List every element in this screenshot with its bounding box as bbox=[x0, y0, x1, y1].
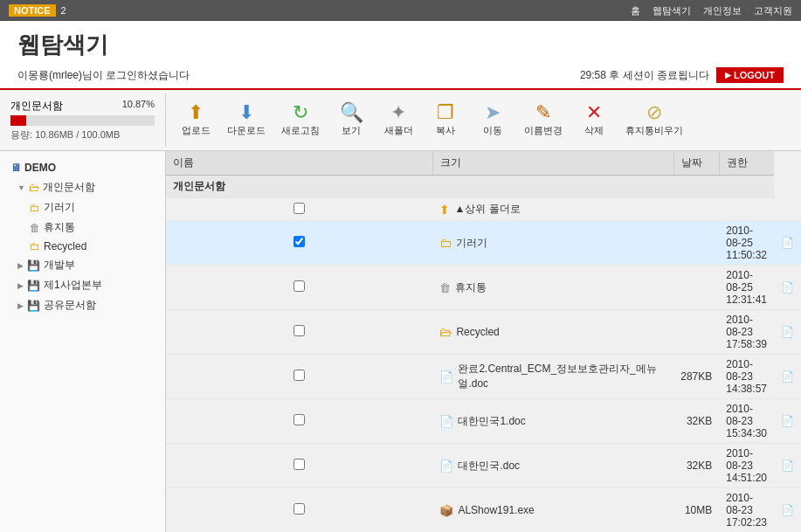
table-row: ⬆▲상위 폴더로 bbox=[166, 198, 801, 221]
file-date-cell: 2010-08-23 14:38:57 bbox=[719, 355, 774, 399]
toolbar-label-삭제: 삭제 bbox=[584, 124, 604, 137]
file-checkbox[interactable] bbox=[293, 236, 305, 247]
file-name: 완료2.Central_ECM_정보보호관리자_메뉴얼.doc bbox=[458, 362, 666, 391]
file-checkbox[interactable] bbox=[293, 280, 305, 292]
toolbar-btn-새폴더[interactable]: ✦새폴더 bbox=[376, 100, 421, 140]
user-greeting: 이몽룡(mrlee)님이 로그인하셨습니다 bbox=[17, 68, 190, 83]
file-name-cell[interactable]: 📄대한민국.doc bbox=[432, 444, 673, 488]
file-size-cell bbox=[673, 221, 719, 266]
sidebar-label-recycled: Recycled bbox=[44, 240, 86, 252]
toolbar-btn-업로드[interactable]: ⬆업로드 bbox=[173, 100, 218, 140]
file-name: 기러기 bbox=[456, 236, 487, 251]
file-checkbox-cell[interactable] bbox=[166, 399, 432, 444]
nav-support[interactable]: 고객지원 bbox=[754, 4, 792, 17]
file-perm-cell: 📄 bbox=[774, 221, 801, 266]
file-size-cell bbox=[673, 266, 719, 310]
toolbar-icon-새로고침: ↻ bbox=[293, 103, 308, 122]
table-row: 🗁Recycled2010-08-23 17:58:39📄 bbox=[166, 310, 801, 355]
file-date-cell: 2010-08-25 11:50:32 bbox=[719, 221, 774, 266]
file-size-cell: 287KB bbox=[673, 355, 719, 399]
file-name-cell[interactable]: 📦ALShow191.exe bbox=[432, 488, 673, 533]
file-name-cell[interactable]: 📄완료2.Central_ECM_정보보호관리자_메뉴얼.doc bbox=[432, 355, 673, 399]
file-table: 이름 크기 날짜 권한 개인문서함 ⬆▲상위 폴더로🗀기러기2010-08-25… bbox=[166, 151, 801, 532]
file-checkbox-cell[interactable] bbox=[166, 198, 432, 221]
sidebar-item-shared[interactable]: ▶ 💾 공유문서함 bbox=[0, 295, 165, 315]
file-name-cell[interactable]: 🗀기러기 bbox=[432, 221, 673, 266]
notice-badge: NOTICE bbox=[9, 4, 56, 17]
session-text: 29:58 후 세션이 종료됩니다 bbox=[580, 68, 709, 83]
file-name: 대한민국1.doc bbox=[458, 414, 525, 429]
table-row: 🗀기러기2010-08-25 11:50:32📄 bbox=[166, 221, 801, 266]
file-checkbox[interactable] bbox=[293, 414, 305, 425]
sidebar-item-recycled[interactable]: 🗀 Recycled bbox=[0, 238, 165, 255]
toolbar-btn-복사[interactable]: ❐복사 bbox=[423, 100, 468, 140]
folder-icon: 🗁 bbox=[29, 182, 39, 194]
file-size-cell: 32KB bbox=[673, 399, 719, 444]
toolbar-label-보기: 보기 bbox=[342, 124, 361, 137]
file-perm-cell: 📄 bbox=[774, 444, 801, 488]
sidebar-item-girogi[interactable]: 🗀 기러기 bbox=[0, 197, 165, 218]
sidebar-item-label: 개인문서함 bbox=[43, 180, 95, 195]
toolbar-btn-이름변경[interactable]: ✎이름변경 bbox=[517, 100, 570, 140]
file-name-cell[interactable]: 🗁Recycled bbox=[432, 310, 673, 355]
file-checkbox-cell[interactable] bbox=[166, 444, 432, 488]
toolbar-btn-삭제[interactable]: ✕삭제 bbox=[571, 100, 617, 140]
file-name-cell[interactable]: ⬆▲상위 폴더로 bbox=[432, 198, 673, 221]
file-checkbox-cell[interactable] bbox=[166, 310, 432, 355]
expand-shared: ▶ bbox=[17, 301, 24, 310]
file-size-cell bbox=[673, 310, 719, 355]
file-checkbox-cell[interactable] bbox=[166, 488, 432, 533]
sidebar-item-trash[interactable]: 🗑 휴지통 bbox=[0, 218, 165, 238]
file-perm-cell: 📄 bbox=[774, 266, 801, 310]
sidebar-item-biz[interactable]: ▶ 💾 제1사업본부 bbox=[0, 275, 165, 295]
toolbar-label-새폴더: 새폴더 bbox=[384, 124, 413, 137]
file-checkbox[interactable] bbox=[293, 203, 305, 214]
pc-icon-dev: 💾 bbox=[27, 259, 40, 272]
file-checkbox[interactable] bbox=[293, 325, 305, 336]
toolbar-btn-다운로드[interactable]: ⬇다운로드 bbox=[220, 100, 273, 140]
toolbar-btn-휴지통비우기[interactable]: ⊘휴지통비우기 bbox=[618, 100, 690, 140]
toolbar-btn-새로고침[interactable]: ↻새로고침 bbox=[274, 100, 327, 140]
top-nav: 홈 웹탐색기 개인정보 고객지원 bbox=[631, 4, 792, 17]
nav-profile[interactable]: 개인정보 bbox=[703, 4, 742, 17]
file-name-cell[interactable]: 📄대한민국1.doc bbox=[432, 399, 673, 444]
main-layout: 🖥 DEMO ▼ 🗁 개인문서함 🗀 기러기 🗑 휴지통 🗀 Recycled … bbox=[0, 151, 801, 532]
file-checkbox-cell[interactable] bbox=[166, 221, 432, 266]
toolbar-icon-이동: ➤ bbox=[485, 103, 501, 122]
sidebar: 🖥 DEMO ▼ 🗁 개인문서함 🗀 기러기 🗑 휴지통 🗀 Recycled … bbox=[0, 151, 166, 532]
sidebar-label-biz: 제1사업본부 bbox=[44, 278, 102, 293]
nav-search[interactable]: 웹탐색기 bbox=[653, 4, 691, 17]
file-perm-cell: 📄 bbox=[774, 310, 801, 355]
toolbar-buttons: ⬆업로드⬇다운로드↻새로고침🔍보기✦새폴더❐복사➤이동✎이름변경✕삭제⊘휴지통비… bbox=[166, 93, 801, 147]
page-title: 웹탐색기 bbox=[17, 30, 784, 60]
toolbar-label-업로드: 업로드 bbox=[182, 124, 211, 137]
user-info-bar: 이몽룡(mrlee)님이 로그인하셨습니다 29:58 후 세션이 종료됩니다 … bbox=[17, 67, 784, 83]
file-checkbox[interactable] bbox=[293, 459, 305, 470]
sidebar-item-dev[interactable]: ▶ 💾 개발부 bbox=[0, 255, 165, 275]
file-name-cell[interactable]: 🗑휴지통 bbox=[432, 266, 673, 310]
file-checkbox-cell[interactable] bbox=[166, 355, 432, 399]
col-header-name: 이름 bbox=[166, 151, 432, 176]
file-checkbox[interactable] bbox=[293, 503, 305, 515]
file-date-cell bbox=[719, 198, 774, 221]
toolbar-icon-이름변경: ✎ bbox=[535, 103, 551, 122]
nav-home[interactable]: 홈 bbox=[631, 4, 640, 17]
toolbar-icon-보기: 🔍 bbox=[340, 103, 363, 122]
toolbar-btn-이동[interactable]: ➤이동 bbox=[470, 100, 515, 140]
file-size-cell: 10MB bbox=[673, 488, 719, 533]
section-header-row: 개인문서함 bbox=[166, 176, 801, 198]
pc-icon-biz: 💾 bbox=[27, 280, 40, 292]
toolbar-icon-새폴더: ✦ bbox=[390, 103, 406, 122]
sidebar-label-girogi: 기러기 bbox=[44, 200, 75, 215]
logout-button[interactable]: LOGOUT bbox=[716, 67, 784, 83]
file-checkbox-cell[interactable] bbox=[166, 266, 432, 310]
toolbar-btn-보기[interactable]: 🔍보기 bbox=[328, 100, 374, 140]
toolbar-area: 개인문서함 10.87% 용량: 10.86MB / 100.0MB ⬆업로드⬇… bbox=[0, 90, 801, 151]
toolbar-label-이동: 이동 bbox=[483, 124, 502, 137]
table-row: 📄대한민국.doc32KB2010-08-23 14:51:20📄 bbox=[166, 444, 801, 488]
sidebar-item-personal[interactable]: ▼ 🗁 개인문서함 bbox=[0, 177, 165, 197]
top-bar: NOTICE 2 홈 웹탐색기 개인정보 고객지원 bbox=[0, 0, 801, 21]
pc-icon-shared: 💾 bbox=[27, 300, 40, 312]
file-checkbox[interactable] bbox=[293, 370, 305, 381]
storage-info: 개인문서함 10.87% 용량: 10.86MB / 100.0MB bbox=[0, 93, 166, 147]
